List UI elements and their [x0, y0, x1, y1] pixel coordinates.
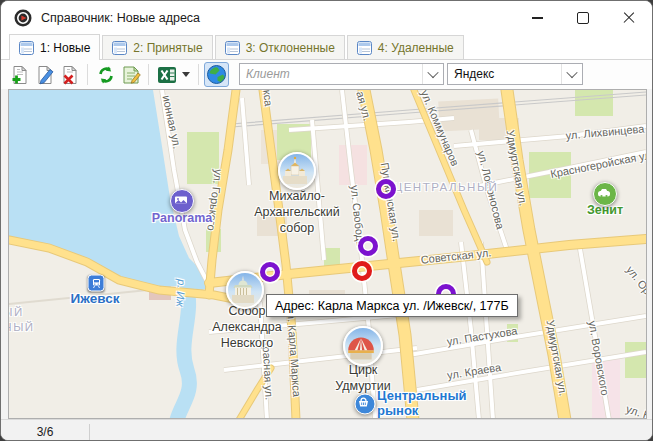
client-input[interactable]: [240, 65, 422, 83]
tab-bar: 1: Новые 2: Принятые 3: Отклоненные 4: У…: [1, 35, 652, 60]
district-label: НЫЙ: [8, 321, 35, 333]
document-delete-icon: [60, 65, 80, 85]
city-label: Ижевск: [71, 291, 120, 307]
minimize-button[interactable]: [514, 1, 560, 35]
properties-button[interactable]: [118, 62, 143, 87]
zenit-icon[interactable]: [593, 182, 617, 206]
river-label: р. Иж: [174, 279, 187, 307]
title-bar: Справочник: Новые адреса: [1, 1, 652, 35]
globe-button[interactable]: [204, 62, 229, 87]
client-combobox: [239, 63, 444, 85]
provider-dropdown-button[interactable]: [561, 64, 582, 84]
add-button[interactable]: [7, 62, 32, 87]
street-label: Удмуртская ул.: [504, 129, 529, 207]
close-button[interactable]: [606, 1, 652, 35]
toolbar-separator: [198, 64, 199, 85]
delete-button[interactable]: [57, 62, 82, 87]
record-counter: 3/6: [1, 424, 90, 440]
street-label: ул. Карла Маркса: [285, 307, 303, 397]
table-icon: [19, 41, 34, 55]
street-label: Пушкинская ул.: [379, 162, 403, 243]
map-canvas[interactable]: Panorama Михайло- Архангельский собор Со…: [8, 89, 647, 419]
poi-label-market: Центральный рынок: [377, 388, 466, 418]
map-labels-layer: Panorama Михайло- Архангельский собор Со…: [9, 90, 646, 419]
tab-accepted[interactable]: 2: Принятые: [102, 35, 212, 59]
table-icon: [357, 41, 372, 55]
selected-address-marker[interactable]: [352, 261, 372, 281]
chevron-down-icon: [566, 67, 577, 78]
cathedral-nevsky-icon[interactable]: [226, 271, 264, 309]
excel-icon: [157, 65, 177, 85]
street-label: ул. Краева: [446, 361, 502, 381]
street-label: ул. Воровского: [587, 320, 612, 397]
street-label: Удмуртская ул.: [544, 319, 569, 397]
circus-icon[interactable]: [343, 326, 383, 366]
chevron-down-icon: [427, 67, 438, 78]
street-label: Красногеройская ул.: [549, 148, 647, 180]
toolbar: Яндекс: [1, 60, 652, 89]
poi-label-mikhailo: Михайло- Архангельский собор: [254, 188, 339, 236]
provider-value: Яндекс: [448, 67, 561, 81]
cathedral-mikhailo-icon[interactable]: [278, 152, 316, 190]
street-label: ул. Пастухова: [446, 324, 518, 347]
refresh-button[interactable]: [93, 62, 118, 87]
street-label: кса: [261, 89, 275, 107]
tab-deleted[interactable]: 4: Удаленные: [347, 35, 464, 59]
district-label: ЦЕНТРАЛЬНЫЙ: [394, 181, 499, 193]
tab-rejected[interactable]: 3: Отклоненные: [215, 35, 345, 59]
maximize-button[interactable]: [560, 1, 606, 35]
tab-label: 3: Отклоненные: [246, 41, 335, 55]
street-label: ул. Ка: [625, 403, 647, 419]
provider-combobox[interactable]: Яндекс: [447, 63, 583, 85]
tab-label: 4: Удаленные: [378, 41, 454, 55]
refresh-icon: [96, 65, 116, 85]
station-icon[interactable]: [88, 275, 105, 292]
address-marker[interactable]: [260, 262, 280, 282]
panorama-icon[interactable]: [170, 189, 194, 213]
table-icon: [225, 41, 240, 55]
app-window: Справочник: Новые адреса 1: Новые 2: При…: [0, 0, 653, 441]
excel-export-button[interactable]: [154, 62, 179, 87]
caret-down-icon: [182, 72, 190, 77]
address-marker[interactable]: [376, 179, 396, 199]
tab-label: 1: Новые: [40, 41, 90, 55]
maximize-icon: [577, 12, 589, 24]
close-icon: [623, 12, 635, 24]
client-dropdown-button[interactable]: [422, 64, 443, 84]
street-label: ая ул.: [354, 90, 373, 122]
document-add-icon: [10, 65, 30, 85]
street-label: Советская ул.: [420, 246, 492, 265]
table-icon: [112, 41, 127, 55]
address-tooltip: Адрес: Карла Маркса ул. /Ижевск/, 177Б: [266, 294, 518, 317]
document-properties-icon: [121, 65, 141, 85]
excel-dropdown-button[interactable]: [179, 62, 193, 87]
minimize-icon: [532, 17, 543, 18]
status-bar: 3/6: [1, 419, 652, 441]
document-edit-icon: [35, 65, 55, 85]
market-icon[interactable]: [355, 394, 376, 415]
street-label: ул. Ор: [624, 264, 647, 297]
tab-new[interactable]: 1: Новые: [9, 34, 100, 60]
window-title: Справочник: Новые адреса: [41, 11, 200, 25]
street-label: ул. Лихвинцева: [565, 123, 645, 142]
street-label: ул. Коммунаров: [419, 89, 462, 168]
edit-button[interactable]: [32, 62, 57, 87]
toolbar-separator: [148, 64, 149, 85]
district-label: ЫЙ: [8, 306, 24, 318]
street-label: ионная ул.: [160, 94, 183, 150]
app-icon: [14, 9, 32, 27]
address-marker[interactable]: [358, 236, 378, 256]
globe-icon: [206, 64, 227, 85]
tab-label: 2: Принятые: [133, 41, 202, 55]
toolbar-separator: [87, 64, 88, 85]
